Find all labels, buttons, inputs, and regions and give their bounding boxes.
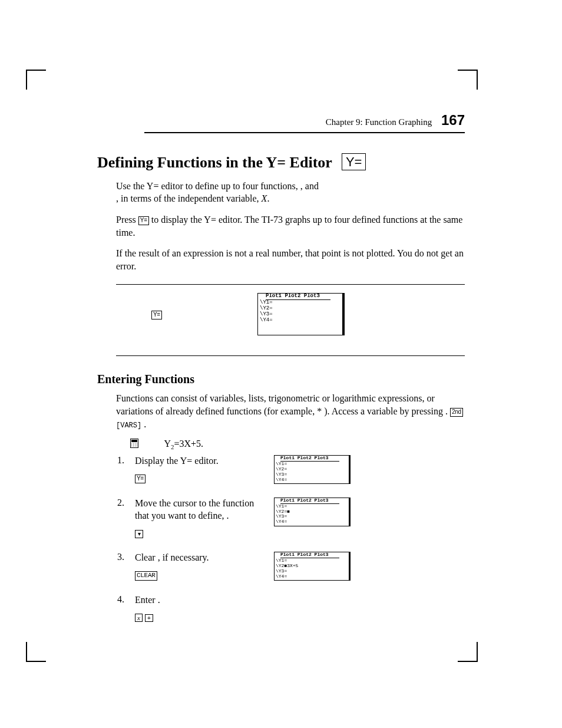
y-lines: \Y1= \Y2= \Y3= \Y4= — [260, 300, 340, 324]
step-number: 1. — [116, 455, 135, 485]
second-keycap: 2nd — [450, 408, 463, 417]
example-block-1: Y= Plot1 Plot2 Plot3 \Y1= \Y2= \Y3= \Y4= — [116, 284, 465, 356]
calculator-screen-step1: Plot1 Plot2 Plot3 \Y1= \Y2= \Y3= \Y4= — [274, 455, 351, 484]
step-number: 4. — [116, 594, 135, 624]
running-header: Chapter 9: Function Graphing 167 — [144, 112, 465, 133]
intro-paragraph-1: Use the Y= editor to define up to four f… — [116, 180, 465, 205]
y-equals-keycap-step1: Y= — [135, 475, 146, 483]
calculator-screen-step2: Plot1 Plot2 Plot3 \Y1= \Y2=■ \Y3= \Y4= — [274, 498, 351, 526]
step-3: 3. Clear , if necessary. CLEAR Plot1 Plo… — [116, 552, 465, 581]
plot-header: Plot1 Plot2 Plot3 — [266, 294, 330, 300]
step-2: 2. Move the cursor to the function that … — [116, 498, 465, 539]
step-text: Clear , if necessary. — [135, 552, 209, 562]
entering-paragraph: Functions can consist of variables, list… — [116, 392, 465, 430]
step-1: 1. Display the Y= editor. Y= Plot1 Plot2… — [116, 455, 465, 485]
subsection-title: Entering Functions — [97, 373, 465, 386]
intro-paragraph-2: Press Y= to display the Y= editor. The T… — [116, 213, 465, 239]
clear-keycap: CLEAR — [135, 571, 157, 581]
step-text: Display the Y= editor. — [135, 456, 219, 466]
steps-container: Y2=3X+5. 1. Display the Y= editor. Y= Pl… — [116, 439, 465, 623]
intro-paragraph-3: If the result of an expression is not a … — [116, 247, 465, 272]
vars-bracket: [VARS] — [116, 421, 141, 430]
example-define-label: Y2=3X+5. — [163, 439, 465, 450]
plus-keycap: + — [145, 614, 153, 622]
y-equals-keycap: Y= — [138, 216, 149, 225]
x-keycap: x — [135, 614, 143, 622]
page-number: 167 — [441, 112, 465, 128]
chapter-label: Chapter 9: Function Graphing — [326, 117, 432, 127]
step-number: 2. — [116, 498, 135, 539]
step-number: 3. — [116, 552, 135, 581]
section-title: Defining Functions in the Y= Editor Y= — [97, 153, 465, 172]
y-equals-keycap-example: Y= — [151, 311, 162, 319]
calculator-icon — [130, 439, 138, 448]
y-equals-keycap-large: Y= — [342, 153, 366, 170]
calculator-screen-1: Plot1 Plot2 Plot3 \Y1= \Y2= \Y3= \Y4= — [257, 293, 345, 335]
down-arrow-keycap: ▾ — [135, 530, 143, 538]
step-text: Move the cursor to the function that you… — [135, 498, 254, 521]
step-4: 4. Enter . x + — [116, 594, 465, 624]
calculator-screen-step3: Plot1 Plot2 Plot3 \Y1= \Y2■3X+5 \Y3= \Y4… — [274, 552, 351, 581]
step-text: Enter . — [135, 595, 160, 605]
